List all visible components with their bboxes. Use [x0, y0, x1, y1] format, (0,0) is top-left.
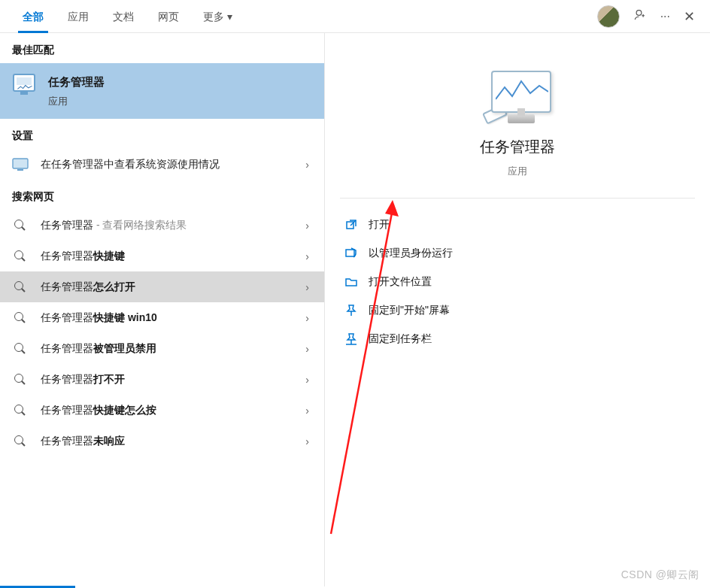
web-result-label: 任务管理器被管理员禁用	[41, 341, 295, 356]
best-match-header: 最佳匹配	[0, 33, 324, 63]
action-admin[interactable]: 以管理员身份运行	[340, 239, 695, 268]
web-result-label: 任务管理器怎么打开	[41, 279, 295, 295]
search-icon	[11, 374, 30, 386]
svg-rect-4	[346, 250, 354, 256]
web-result-item[interactable]: 任务管理器快捷键 win10›	[0, 302, 324, 333]
search-icon	[11, 435, 30, 447]
detail-pane: 任务管理器 应用 打开以管理员身份运行打开文件位置固定到"开始"屏幕固定到任务栏	[325, 33, 710, 586]
app-hero-icon	[484, 71, 551, 123]
best-match-item[interactable]: 任务管理器 应用	[0, 63, 324, 119]
chevron-right-icon: ›	[305, 312, 314, 324]
chevron-right-icon: ›	[305, 405, 314, 417]
folder-icon	[344, 276, 358, 288]
admin-icon	[344, 247, 358, 259]
web-result-item[interactable]: 任务管理器 - 查看网络搜索结果›	[0, 210, 324, 241]
web-result-item[interactable]: 任务管理器未响应›	[0, 426, 324, 456]
close-icon[interactable]: ✕	[684, 8, 695, 25]
web-result-item[interactable]: 任务管理器打不开›	[0, 364, 324, 395]
tab-all[interactable]: 全部	[11, 0, 56, 33]
pin-taskbar-icon	[344, 333, 358, 345]
chevron-right-icon: ›	[305, 374, 314, 386]
open-icon	[344, 219, 358, 231]
web-result-label: 任务管理器快捷键	[41, 248, 295, 264]
divider	[340, 198, 695, 199]
tab-more[interactable]: 更多 ▾	[191, 0, 244, 33]
svg-rect-2	[17, 169, 23, 171]
web-result-label: 任务管理器 - 查看网络搜索结果	[41, 217, 295, 233]
web-result-label: 任务管理器快捷键怎么按	[41, 402, 295, 418]
search-icon	[11, 405, 30, 417]
watermark: CSDN @卿云阁	[621, 568, 699, 582]
action-pin-start[interactable]: 固定到"开始"屏幕	[340, 296, 695, 325]
avatar[interactable]	[597, 5, 620, 28]
action-folder[interactable]: 打开文件位置	[340, 268, 695, 296]
web-result-label: 任务管理器快捷键 win10	[41, 310, 295, 326]
svg-point-0	[636, 10, 642, 15]
chevron-right-icon: ›	[305, 343, 314, 355]
action-label: 打开	[369, 218, 390, 232]
web-result-item[interactable]: 任务管理器快捷键›	[0, 241, 324, 271]
chevron-right-icon: ›	[305, 281, 314, 293]
best-match-subtitle: 应用	[48, 94, 314, 109]
pin-start-icon	[344, 305, 358, 317]
search-icon	[11, 343, 30, 355]
action-label: 固定到任务栏	[369, 332, 432, 346]
tab-apps[interactable]: 应用	[56, 0, 101, 33]
settings-item[interactable]: 在任务管理器中查看系统资源使用情况 ›	[0, 149, 324, 180]
web-result-item[interactable]: 任务管理器被管理员禁用›	[0, 333, 324, 364]
search-icon	[11, 220, 30, 232]
chevron-right-icon: ›	[305, 250, 314, 262]
search-tabs: 全部 应用 文档 网页 更多 ▾ ··· ✕	[0, 0, 710, 33]
svg-rect-1	[13, 159, 28, 168]
web-result-label: 任务管理器未响应	[41, 433, 295, 449]
action-label: 打开文件位置	[369, 275, 432, 289]
web-result-label: 任务管理器打不开	[41, 371, 295, 387]
tab-web[interactable]: 网页	[146, 0, 191, 33]
settings-item-label: 在任务管理器中查看系统资源使用情况	[41, 156, 295, 172]
tab-docs[interactable]: 文档	[101, 0, 146, 33]
action-label: 以管理员身份运行	[369, 247, 453, 260]
best-match-title: 任务管理器	[48, 74, 314, 91]
task-manager-icon	[11, 74, 38, 96]
results-column: 最佳匹配 任务管理器 应用 设置 在任务管理器中查看系统资源使用情况 ›	[0, 33, 325, 586]
chevron-right-icon: ›	[305, 435, 314, 447]
web-result-item[interactable]: 任务管理器怎么打开›	[0, 271, 324, 302]
web-search-header: 搜索网页	[0, 180, 324, 210]
more-options-icon[interactable]: ···	[660, 10, 670, 23]
chevron-right-icon: ›	[305, 159, 314, 171]
feedback-icon[interactable]	[633, 8, 647, 25]
settings-header: 设置	[0, 119, 324, 149]
search-icon	[11, 312, 30, 324]
action-pin-taskbar[interactable]: 固定到任务栏	[340, 325, 695, 353]
search-icon	[11, 281, 30, 293]
action-label: 固定到"开始"屏幕	[369, 304, 450, 317]
web-result-item[interactable]: 任务管理器快捷键怎么按›	[0, 395, 324, 426]
detail-subtitle: 应用	[340, 165, 695, 178]
monitor-icon	[11, 158, 30, 171]
chevron-right-icon: ›	[305, 220, 314, 232]
detail-title: 任务管理器	[340, 137, 695, 157]
search-icon	[11, 250, 30, 262]
action-open[interactable]: 打开	[340, 211, 695, 239]
